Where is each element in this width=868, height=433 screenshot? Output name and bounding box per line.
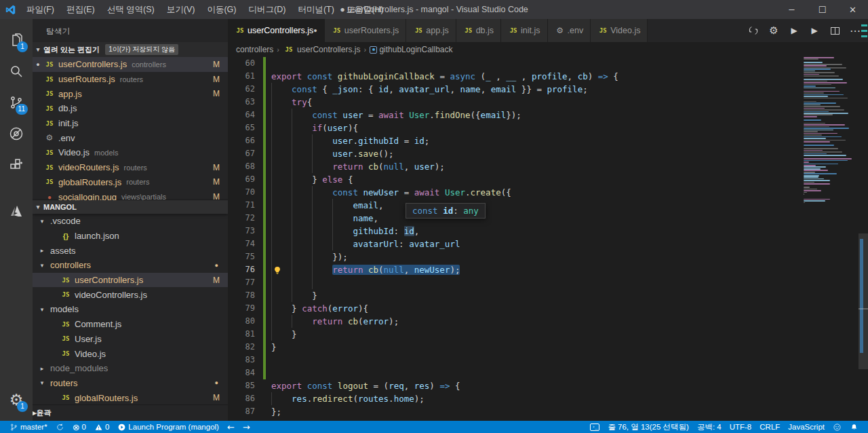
menu-terminal[interactable]: 터미널(T) bbox=[292, 0, 340, 19]
activity-explorer[interactable]: 1 bbox=[0, 24, 33, 56]
code-line-71[interactable]: 71email, bbox=[228, 199, 868, 212]
line-number[interactable]: 76 bbox=[228, 263, 255, 276]
code-line-73[interactable]: 73githubId: id, bbox=[228, 225, 868, 238]
activity-search[interactable] bbox=[0, 56, 33, 87]
status-cursor-position[interactable]: 줄 76, 열 13(25 선택됨) bbox=[604, 421, 693, 433]
code-line-83[interactable]: 83 bbox=[228, 354, 868, 366]
tree-folder-node_modules[interactable]: ▸node_modules bbox=[33, 361, 228, 376]
line-number[interactable]: 73 bbox=[228, 225, 255, 238]
line-number[interactable]: 86 bbox=[228, 392, 255, 405]
line-number[interactable]: 62 bbox=[228, 83, 255, 96]
code-line-79[interactable]: 79} catch(error){ bbox=[228, 302, 868, 315]
code-line-64[interactable]: 64const user = await User.findOne({email… bbox=[228, 109, 868, 121]
tree-file-User.js[interactable]: JSUser.js bbox=[33, 332, 228, 347]
menu-view[interactable]: 보기(V) bbox=[161, 0, 201, 19]
code-line-78[interactable]: 78} bbox=[228, 289, 868, 302]
menu-help[interactable]: 도움말(H) bbox=[340, 0, 390, 19]
status-feedback[interactable] bbox=[829, 421, 846, 433]
tree-file-videoControllers.js[interactable]: JSvideoControllers.js bbox=[33, 287, 228, 302]
tree-folder-models[interactable]: ▾models bbox=[33, 302, 228, 317]
line-number[interactable]: 75 bbox=[228, 250, 255, 263]
tab-userControllers.js[interactable]: JSuserControllers.js ● bbox=[228, 19, 325, 42]
tab-db.js[interactable]: JSdb.js bbox=[456, 19, 501, 42]
line-number[interactable]: 85 bbox=[228, 379, 255, 392]
code-line-74[interactable]: 74avatarUrl: avatar_url bbox=[228, 238, 868, 250]
tree-file-globalRouters.js[interactable]: JSglobalRouters.jsM bbox=[33, 390, 228, 405]
line-number[interactable]: 82 bbox=[228, 341, 255, 354]
code-line-65[interactable]: 65if(user){ bbox=[228, 121, 868, 134]
tree-folder-.vscode[interactable]: ▾.vscode bbox=[33, 214, 228, 229]
activity-extensions[interactable] bbox=[0, 149, 33, 181]
breadcrumb-item[interactable]: controllers bbox=[236, 45, 273, 54]
line-number[interactable]: 87 bbox=[228, 405, 255, 418]
line-number[interactable]: 63 bbox=[228, 96, 255, 109]
lightbulb-icon[interactable] bbox=[273, 266, 282, 276]
open-editor-item[interactable]: JSuserRouters.jsroutersM bbox=[33, 72, 228, 87]
minimap[interactable] bbox=[802, 57, 859, 421]
line-number[interactable]: 60 bbox=[228, 57, 255, 70]
status-warnings[interactable]: 0 bbox=[90, 421, 113, 433]
line-number[interactable]: 77 bbox=[228, 276, 255, 289]
code-line-84[interactable]: 84 bbox=[228, 366, 868, 379]
code-line-63[interactable]: 63try{ bbox=[228, 96, 868, 109]
activity-source-control[interactable]: 11 bbox=[0, 87, 33, 118]
status-errors[interactable]: ⊗0 bbox=[68, 421, 90, 433]
code-line-66[interactable]: 66user.githubId = id; bbox=[228, 134, 868, 147]
status-indentation[interactable]: 공백: 4 bbox=[693, 421, 726, 433]
outline-section-header[interactable]: ▸ 윤곽 bbox=[33, 405, 228, 421]
status-terminal-status[interactable]: ›_ bbox=[586, 421, 604, 433]
code-line-85[interactable]: 85export const logout = (req, res) => { bbox=[228, 379, 868, 392]
line-number[interactable]: 65 bbox=[228, 121, 255, 134]
scrollbar[interactable] bbox=[859, 57, 868, 421]
code-line-77[interactable]: 77 bbox=[228, 276, 868, 289]
open-editors-header[interactable]: ▾ 열려 있는 편집기 1이(가) 저장되지 않음 bbox=[33, 42, 228, 57]
line-number[interactable]: 68 bbox=[228, 160, 255, 173]
line-number[interactable]: 69 bbox=[228, 173, 255, 186]
activity-settings-gear[interactable]: ⚙1 bbox=[0, 384, 33, 415]
code-line-70[interactable]: 70const newUser = await User.create({ bbox=[228, 186, 868, 199]
tree-folder-routers[interactable]: ▾routers● bbox=[33, 376, 228, 391]
status-synchronize[interactable] bbox=[52, 421, 68, 433]
line-number[interactable]: 67 bbox=[228, 147, 255, 160]
close-button[interactable]: ✕ bbox=[837, 0, 868, 19]
open-editor-item[interactable]: JSinit.js bbox=[33, 116, 228, 131]
tab-Video.js[interactable]: JSVideo.js bbox=[591, 19, 648, 42]
minimize-button[interactable]: ─ bbox=[776, 0, 807, 19]
activity-azure[interactable] bbox=[0, 195, 33, 227]
open-editor-item[interactable]: JSapp.jsM bbox=[33, 86, 228, 101]
open-editor-item[interactable]: JSvideoRouters.jsroutersM bbox=[33, 160, 228, 175]
line-number[interactable]: 71 bbox=[228, 199, 255, 212]
tab-init.js[interactable]: JSinit.js bbox=[501, 19, 547, 42]
code-line-72[interactable]: 72name, bbox=[228, 212, 868, 225]
split-editor-button[interactable] bbox=[826, 19, 844, 42]
line-number[interactable]: 81 bbox=[228, 328, 255, 341]
menu-edit[interactable]: 편집(E) bbox=[60, 0, 101, 19]
status-git-branch[interactable]: master* bbox=[5, 421, 52, 433]
tab-userRouters.js[interactable]: JSuserRouters.js bbox=[325, 19, 407, 42]
status-language-mode[interactable]: JavaScript bbox=[784, 421, 829, 433]
status-navigate-back[interactable]: ← bbox=[223, 421, 239, 433]
line-number[interactable]: 61 bbox=[228, 70, 255, 83]
code-line-61[interactable]: 61export const githubLoginCallback = asy… bbox=[228, 70, 868, 83]
tree-file-launch.json[interactable]: {}launch.json bbox=[33, 229, 228, 244]
open-editor-item[interactable]: ●sociallogin.pugviews\partialsM bbox=[33, 189, 228, 200]
status-launch-program[interactable]: Launch Program (mangol) bbox=[113, 421, 223, 433]
code-line-80[interactable]: 80return cb(error); bbox=[228, 315, 868, 328]
code-editor[interactable]: 6061export const githubLoginCallback = a… bbox=[228, 57, 868, 421]
tree-folder-controllers[interactable]: ▾controllers● bbox=[33, 258, 228, 273]
code-line-68[interactable]: 68return cb(null, user); bbox=[228, 160, 868, 173]
status-notifications[interactable] bbox=[846, 421, 863, 433]
menu-selection[interactable]: 선택 영역(S) bbox=[101, 0, 161, 19]
menu-file[interactable]: 파일(F) bbox=[20, 0, 60, 19]
maximize-button[interactable]: ☐ bbox=[807, 0, 837, 19]
line-number[interactable]: 79 bbox=[228, 302, 255, 315]
status-encoding[interactable]: UTF-8 bbox=[726, 421, 756, 433]
code-line-60[interactable]: 60 bbox=[228, 57, 868, 70]
line-number[interactable]: 72 bbox=[228, 212, 255, 225]
code-line-76[interactable]: 76return cb(null, newUser); bbox=[228, 263, 868, 276]
tree-file-userControllers.js[interactable]: JSuserControllers.jsM bbox=[33, 273, 228, 288]
run-button[interactable]: ▶ bbox=[785, 19, 803, 42]
menu-go[interactable]: 이동(G) bbox=[201, 0, 242, 19]
run-without-debugging-button[interactable]: ▶ bbox=[806, 19, 823, 42]
code-line-81[interactable]: 81} bbox=[228, 328, 868, 341]
